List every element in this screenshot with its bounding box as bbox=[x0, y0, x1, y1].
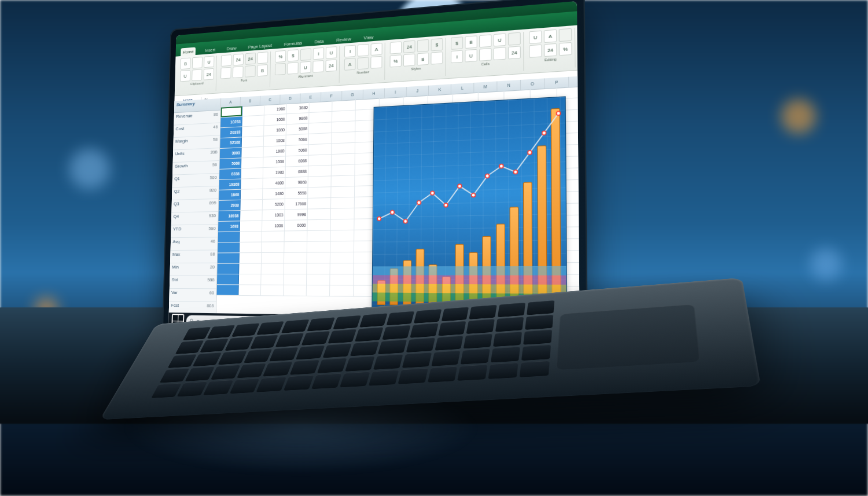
cell[interactable] bbox=[330, 263, 354, 274]
ribbon-button[interactable]: U bbox=[300, 61, 311, 74]
cell[interactable]: 0000 bbox=[285, 220, 308, 230]
cell[interactable]: 1080 bbox=[264, 124, 286, 135]
summary-row[interactable]: Avg46 bbox=[171, 237, 218, 251]
cell[interactable] bbox=[241, 157, 263, 168]
ribbon-button[interactable]: U bbox=[494, 33, 506, 46]
cell[interactable] bbox=[284, 253, 307, 263]
ribbon-button[interactable] bbox=[192, 69, 202, 81]
cell[interactable]: 8338 bbox=[219, 168, 241, 179]
ribbon-button[interactable]: 24 bbox=[204, 68, 214, 80]
ribbon-button[interactable]: 24 bbox=[544, 43, 557, 57]
cell[interactable]: 52100 bbox=[220, 137, 242, 148]
cell[interactable]: 3680 bbox=[286, 102, 309, 113]
cell[interactable] bbox=[330, 285, 354, 296]
ribbon-button[interactable] bbox=[494, 47, 506, 60]
ribbon-button[interactable] bbox=[300, 48, 311, 61]
cell[interactable] bbox=[284, 285, 307, 296]
cell[interactable] bbox=[308, 187, 331, 198]
ribbon-button[interactable]: 24 bbox=[325, 59, 337, 72]
cell[interactable]: 5008 bbox=[219, 158, 241, 168]
ribbon-tab-draw[interactable]: Draw bbox=[225, 43, 238, 53]
cell[interactable] bbox=[262, 263, 284, 274]
ribbon-button[interactable]: I bbox=[451, 50, 463, 64]
ribbon-button[interactable] bbox=[508, 32, 521, 45]
cell[interactable] bbox=[309, 122, 332, 133]
ribbon-button[interactable] bbox=[559, 28, 572, 42]
cell[interactable] bbox=[307, 230, 330, 241]
ribbon-button[interactable] bbox=[192, 57, 203, 69]
ribbon-button[interactable] bbox=[275, 63, 286, 75]
cell[interactable] bbox=[239, 274, 262, 285]
cell[interactable] bbox=[309, 112, 332, 123]
cell[interactable] bbox=[241, 178, 263, 189]
cell[interactable] bbox=[308, 166, 332, 177]
cell[interactable] bbox=[307, 252, 330, 263]
cell[interactable]: 10233 bbox=[220, 116, 242, 127]
ribbon-button[interactable]: U bbox=[204, 56, 214, 68]
summary-row[interactable]: Units208 bbox=[173, 148, 220, 163]
ribbon-button[interactable] bbox=[258, 52, 269, 64]
ribbon-button[interactable] bbox=[370, 56, 382, 69]
cell[interactable]: 1008 bbox=[262, 221, 285, 231]
ribbon-tab-data[interactable]: Data bbox=[312, 36, 326, 46]
cell[interactable] bbox=[309, 133, 332, 144]
ribbon-button[interactable]: $ bbox=[431, 38, 443, 52]
cell[interactable] bbox=[331, 186, 355, 197]
cell[interactable]: 1980 bbox=[264, 104, 287, 115]
summary-row[interactable]: Std588 bbox=[170, 276, 217, 289]
ribbon-button[interactable] bbox=[529, 45, 542, 58]
cell[interactable] bbox=[307, 285, 330, 296]
cell[interactable] bbox=[217, 274, 239, 284]
cell[interactable]: 5068 bbox=[286, 145, 309, 156]
ribbon-tab-review[interactable]: Review bbox=[334, 34, 354, 44]
ribbon-button[interactable]: 24 bbox=[508, 46, 521, 59]
cell[interactable]: 9998 bbox=[285, 210, 308, 220]
cell[interactable] bbox=[307, 241, 330, 252]
summary-row[interactable]: Q4930 bbox=[171, 212, 218, 225]
cell[interactable] bbox=[242, 126, 264, 137]
ribbon-button[interactable]: B bbox=[257, 64, 268, 76]
cell[interactable] bbox=[332, 143, 355, 154]
cell[interactable] bbox=[308, 176, 332, 187]
cell[interactable]: 6068 bbox=[286, 156, 309, 167]
cell[interactable]: 1868 bbox=[219, 190, 241, 200]
ribbon-tab-view[interactable]: View bbox=[361, 32, 376, 42]
cell[interactable]: 9868 bbox=[286, 113, 309, 124]
ribbon-button[interactable]: $ bbox=[451, 36, 463, 50]
cell[interactable]: 4800 bbox=[263, 178, 285, 189]
cell[interactable]: 1008 bbox=[264, 114, 286, 125]
cell[interactable] bbox=[308, 198, 331, 209]
ribbon-button[interactable]: U bbox=[326, 46, 337, 59]
cell[interactable] bbox=[242, 115, 264, 126]
cell[interactable]: 1980 bbox=[263, 167, 286, 178]
cell[interactable] bbox=[238, 285, 261, 295]
ribbon-tab-insert[interactable]: Insert bbox=[203, 45, 217, 54]
cell[interactable] bbox=[241, 189, 263, 200]
ribbon-button[interactable] bbox=[479, 34, 492, 47]
ribbon-button[interactable] bbox=[245, 65, 256, 78]
cell[interactable] bbox=[239, 264, 262, 274]
cell[interactable] bbox=[261, 285, 284, 296]
cell[interactable]: 3003 bbox=[220, 148, 242, 159]
ribbon-button[interactable]: B bbox=[465, 35, 477, 49]
cell[interactable] bbox=[240, 210, 263, 221]
cell[interactable] bbox=[284, 263, 307, 274]
ribbon-button[interactable]: % bbox=[389, 54, 401, 67]
cell[interactable] bbox=[241, 168, 263, 178]
spreadsheet-grid[interactable]: Summary Revenue86Cost46Margin58Units208G… bbox=[169, 76, 580, 319]
cell[interactable]: 1693 bbox=[218, 221, 240, 232]
cell[interactable]: 66595 bbox=[220, 106, 242, 117]
ribbon-button[interactable]: A bbox=[371, 43, 382, 56]
ribbon-button[interactable] bbox=[233, 66, 244, 78]
cell[interactable] bbox=[330, 252, 354, 263]
ribbon-button[interactable]: A bbox=[544, 30, 557, 43]
ribbon-button[interactable]: 24 bbox=[403, 41, 415, 53]
cell[interactable] bbox=[331, 219, 355, 230]
summary-row[interactable]: Var60 bbox=[169, 289, 216, 302]
cell[interactable]: 1008 bbox=[263, 156, 286, 167]
cell[interactable] bbox=[332, 164, 355, 175]
cell[interactable]: 5200 bbox=[263, 199, 285, 210]
cell[interactable] bbox=[330, 274, 354, 285]
ribbon-button[interactable]: $ bbox=[288, 49, 299, 61]
cell[interactable] bbox=[331, 197, 355, 208]
